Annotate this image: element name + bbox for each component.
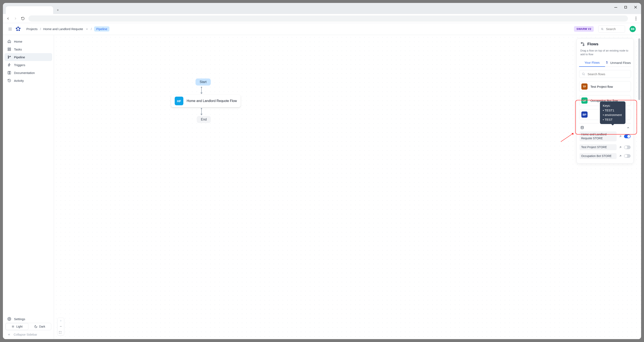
breadcrumb: Projects / Home and Landlord Requote / P… <box>26 26 110 32</box>
minimize-icon[interactable] <box>614 6 617 9</box>
pipeline-canvas[interactable] <box>54 35 641 339</box>
stores-section: Home and Landlord Requote STORE Test Pro… <box>579 123 631 160</box>
svg-point-12 <box>16 30 18 31</box>
breadcrumb-project[interactable]: Home and Landlord Requote <box>43 27 83 31</box>
browser-toolbar <box>3 14 641 23</box>
collapse-sidebar-button[interactable]: Collapse Sidebar <box>4 330 52 337</box>
browser-menu-button[interactable] <box>634 17 638 20</box>
scrollbar[interactable] <box>638 35 641 339</box>
svg-point-24 <box>581 42 582 44</box>
app-launcher-icon[interactable] <box>8 27 12 31</box>
product-logo-icon[interactable] <box>15 26 21 32</box>
zoom-out-button[interactable]: − <box>58 324 64 330</box>
svg-point-25 <box>583 45 584 46</box>
pipeline-end-node[interactable]: End <box>197 116 211 123</box>
svg-point-3 <box>9 29 9 29</box>
collapse-sidebar-label: Collapse Sidebar <box>14 333 37 336</box>
database-icon <box>580 126 584 130</box>
store-name[interactable]: Home and Landlord Requote STORE <box>580 132 616 141</box>
version-badge: SWARM V2 <box>574 26 594 32</box>
reload-button[interactable] <box>21 17 25 20</box>
forward-button[interactable] <box>14 17 17 20</box>
tab-unmand-flows[interactable]: Unmand Flows <box>605 59 631 66</box>
open-external-icon[interactable] <box>619 135 622 138</box>
store-row: Home and Landlord Requote STORE <box>579 130 631 143</box>
store-toggle[interactable] <box>624 154 630 158</box>
zoom-in-button[interactable]: + <box>58 318 64 324</box>
chevron-down-icon[interactable] <box>86 28 88 30</box>
svg-point-23 <box>12 326 14 327</box>
search-icon <box>601 28 604 31</box>
svg-rect-16 <box>10 48 11 49</box>
global-search-input[interactable] <box>606 27 622 31</box>
address-bar[interactable] <box>28 16 628 22</box>
store-toggle[interactable] <box>624 134 630 138</box>
flow-avatar: TF <box>581 84 588 90</box>
sun-icon <box>11 325 15 328</box>
sidebar-item-home[interactable]: Home <box>4 38 52 45</box>
back-button[interactable] <box>6 17 10 20</box>
global-search[interactable] <box>598 25 625 33</box>
keys-tooltip: Keys: • TEST1 • environment • TEST <box>600 101 626 124</box>
user-avatar[interactable]: BB <box>630 26 636 32</box>
browser-tab[interactable] <box>6 6 53 14</box>
flow-card[interactable]: TF Test Project flow <box>579 81 631 92</box>
sidebar-item-activity[interactable]: Activity <box>4 77 52 84</box>
new-tab-button[interactable]: + <box>57 8 59 12</box>
open-external-icon[interactable] <box>619 146 622 149</box>
breadcrumb-separator: / <box>40 27 41 31</box>
tooltip-heading: Keys: <box>603 104 622 108</box>
edge-arrow-icon <box>200 92 202 94</box>
theme-light-button[interactable]: Light <box>6 323 28 330</box>
svg-point-22 <box>9 318 10 320</box>
zoom-controls: + − <box>57 318 64 336</box>
node-label: Home and Landlord Requote Flow <box>187 99 237 103</box>
device-frame: + <box>0 0 644 342</box>
sidebar-item-documentation[interactable]: Documentation <box>4 69 52 77</box>
node-avatar: HF <box>175 97 183 105</box>
svg-point-20 <box>8 58 9 58</box>
flows-search-input[interactable] <box>587 72 628 76</box>
sidebar-item-label: Home <box>14 40 22 43</box>
sidebar-item-pipeline[interactable]: Pipeline <box>4 53 52 61</box>
store-name[interactable]: Occupation Bot STORE <box>580 153 616 159</box>
svg-rect-15 <box>8 48 9 49</box>
pipeline-flow-node[interactable]: HF Home and Landlord Requote Flow <box>171 94 240 107</box>
close-icon[interactable] <box>634 6 637 9</box>
svg-point-27 <box>581 126 584 127</box>
breadcrumb-current: Pipeline <box>94 26 109 32</box>
sidebar-item-triggers[interactable]: Triggers <box>4 61 52 69</box>
sidebar-item-label: Triggers <box>14 63 25 67</box>
svg-point-26 <box>582 73 584 75</box>
svg-point-5 <box>11 29 12 29</box>
flows-search <box>579 70 631 78</box>
window-controls <box>614 6 637 9</box>
maximize-icon[interactable] <box>624 6 627 9</box>
pipeline-start-node[interactable]: Start <box>196 78 211 86</box>
breadcrumb-root[interactable]: Projects <box>26 27 38 31</box>
sidebar-item-label: Pipeline <box>14 56 25 59</box>
sidebar-item-tasks[interactable]: Tasks <box>4 45 52 53</box>
theme-dark-button[interactable]: Dark <box>28 323 51 330</box>
svg-point-6 <box>9 30 9 30</box>
sidebar-item-settings[interactable]: Settings <box>4 315 52 323</box>
chevron-up-icon <box>626 126 630 130</box>
open-external-icon[interactable] <box>619 154 622 158</box>
home-icon <box>8 40 11 43</box>
edge-line <box>201 88 202 92</box>
fullscreen-button[interactable] <box>58 330 64 335</box>
store-toggle[interactable] <box>624 146 630 149</box>
canvas-area: Start HF Home and Landlord Requote Flow <box>54 35 641 339</box>
flows-panel-header: Flows <box>579 42 631 46</box>
store-name[interactable]: Test Project STORE <box>580 144 616 150</box>
svg-point-7 <box>10 30 10 30</box>
scrollbar-thumb[interactable] <box>638 38 640 100</box>
breadcrumb-separator: / <box>91 27 92 31</box>
sidebar-item-label: Settings <box>14 317 25 321</box>
unmand-icon <box>605 61 608 64</box>
svg-rect-17 <box>8 50 9 51</box>
tab-label: Unmand Flows <box>610 61 631 64</box>
tab-your-flows[interactable]: Your Flows <box>579 59 605 67</box>
store-row: Occupation Bot STORE <box>579 152 631 160</box>
stores-header[interactable] <box>579 126 631 130</box>
